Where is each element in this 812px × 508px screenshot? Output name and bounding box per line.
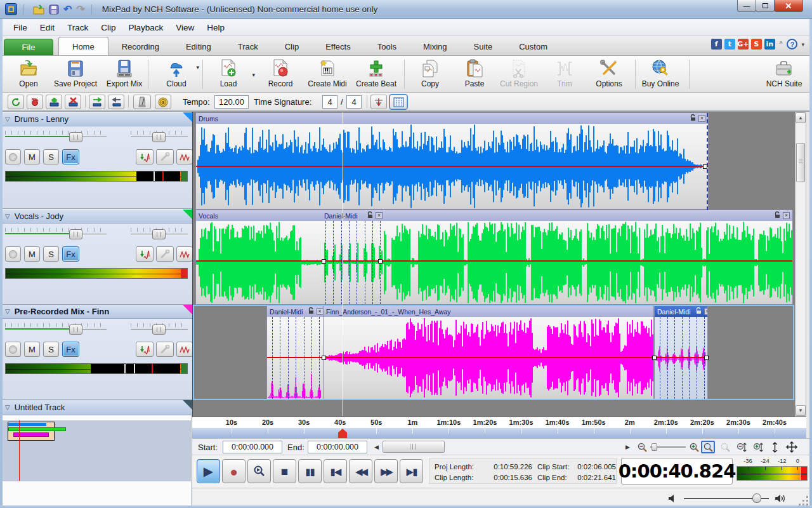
track-header-drums[interactable]: ▽ Drums - Lenny [0,112,192,126]
go-end-button[interactable]: ▶▮ [400,459,423,483]
tab-clip[interactable]: Clip [272,38,312,55]
stop-button[interactable]: ■ [273,459,296,483]
rewind-button[interactable]: ◀◀ [349,459,372,483]
scroll-right-icon[interactable]: ▶ [624,441,632,453]
tab-effects[interactable]: Effects [312,38,364,55]
title-bar[interactable]: ↶ ↷ MixPad by NCH Software - (Unlicensed… [0,0,812,19]
beat-divisions-button[interactable]: 3 [155,95,171,109]
social-facebook-icon[interactable]: f [711,39,722,50]
record-button[interactable]: ● [222,459,246,483]
bounce-track-button[interactable] [136,149,154,164]
clip-lock-icon[interactable] [690,114,696,123]
bounce-track-button[interactable] [136,246,154,262]
new-project-icon[interactable] [33,4,44,15]
scroll-up-icon[interactable]: ▲ [796,112,806,123]
waveform-area[interactable]: Drums × Vocals × Daniel-Midi × [192,112,795,417]
menu-view[interactable]: View [170,21,200,34]
collapse-track-icon[interactable]: ▽ [5,116,10,123]
timesig-numerator-input[interactable] [322,95,337,109]
pan-slider[interactable] [131,131,188,142]
clip-drums[interactable]: Drums × [195,112,709,210]
envelope-node[interactable] [704,356,709,360]
arm-record-button[interactable] [5,246,21,262]
delete-track-button[interactable] [65,95,81,109]
create-midi-button[interactable]: Create Midi [303,58,351,91]
tab-suite[interactable]: Suite [461,38,506,55]
tab-custom[interactable]: Custom [506,38,561,55]
clip-close-icon[interactable]: × [376,212,383,219]
solo-button[interactable]: S [43,149,59,164]
collapse-track-icon[interactable]: ▽ [5,404,10,411]
clip-daniel-midi-selected[interactable]: Daniel-Midi × [654,305,708,399]
fx-button[interactable]: Fx [62,149,79,164]
clip-finn-song[interactable]: Finn_Anderson_-_01_-_When_Hes_Away [324,305,654,399]
volume-slider-handle[interactable] [69,324,82,335]
track-header-mix[interactable]: ▽ Pre-Recorded Mix - Finn [0,305,192,319]
project-navigator[interactable] [1,420,191,481]
loop-playback-button[interactable] [8,95,24,109]
volume-slider[interactable] [5,131,107,142]
tab-home[interactable]: Home [58,37,108,55]
speaker-loud-icon[interactable] [775,494,786,505]
timesig-denominator-input[interactable] [346,95,362,109]
clip-daniel-midi-left[interactable]: Daniel-Midi × [266,305,324,399]
help-icon[interactable]: ? [787,39,797,50]
vertical-scrollbar[interactable]: ▲ ▼ [795,112,806,417]
envelope-node[interactable] [322,356,326,360]
fast-forward-button[interactable]: ▶▶ [374,459,398,483]
collapse-track-icon[interactable]: ▽ [5,308,10,315]
clip-close-icon[interactable]: × [783,212,790,219]
selection-start-input[interactable] [223,441,282,453]
mute-button[interactable]: M [24,342,40,357]
pan-slider-handle[interactable] [152,132,166,142]
volume-slider[interactable] [5,323,107,335]
record-mode-button[interactable] [27,95,43,109]
menu-playback[interactable]: Playback [123,21,169,34]
pan-slider-handle[interactable] [152,324,166,335]
paste-button[interactable]: Paste [450,58,499,91]
volume-slider-handle[interactable] [69,132,82,142]
nch-suite-button[interactable]: NCH Suite [760,58,808,91]
file-tab[interactable]: File [4,39,53,55]
pan-slider[interactable] [131,228,188,239]
load-button[interactable]: ▾ Load [204,58,252,91]
menu-track[interactable]: Track [62,21,94,34]
bounce-track-button[interactable] [136,342,154,357]
scrollbar-thumb[interactable] [796,143,805,182]
envelope-node[interactable] [703,164,707,169]
tempo-input[interactable] [214,95,249,109]
mute-button[interactable]: M [24,149,40,164]
volume-slider-handle[interactable] [69,229,82,239]
save-project-button[interactable]: Save Project [51,58,100,91]
vocals-waveform[interactable] [196,221,792,304]
zoom-full-icon[interactable] [701,441,715,453]
track-tools-button[interactable] [156,149,174,164]
clip-header[interactable]: Daniel-Midi × [267,306,323,317]
volume-envelope-line[interactable] [196,166,708,167]
volume-envelope-line[interactable] [196,260,792,262]
scroll-left-icon[interactable]: ◀ [372,441,381,453]
automation-button[interactable] [176,149,193,164]
dropdown-caret-icon[interactable]: ▾ [196,64,199,70]
mute-button[interactable]: M [24,246,40,262]
move-clip-left-button[interactable] [108,95,124,109]
collapse-track-icon[interactable]: ▽ [5,213,10,220]
undo-icon[interactable]: ↶ [63,4,72,15]
play-button[interactable]: ▶ [197,459,220,483]
clip-lock-icon[interactable] [696,307,702,316]
close-button[interactable]: ✕ [774,0,803,12]
track-tools-button[interactable] [156,342,174,357]
clip-header[interactable]: Drums × [196,113,708,124]
envelope-node[interactable] [378,259,383,264]
export-mix-button[interactable]: Export Mix [100,58,148,91]
volume-slider[interactable] [5,228,107,239]
social-google-plus-icon[interactable]: G+ [738,39,749,50]
menu-clip[interactable]: Clip [95,21,121,34]
social-linkedin-icon[interactable]: in [764,39,775,50]
vertical-zoom-in-icon[interactable] [750,441,764,453]
move-clip-right-button[interactable] [89,95,105,109]
clip-header[interactable]: Finn_Anderson_-_01_-_When_Hes_Away [324,306,653,317]
envelope-node[interactable] [322,259,326,264]
maximize-button[interactable] [756,0,775,12]
tab-track[interactable]: Track [225,38,272,55]
